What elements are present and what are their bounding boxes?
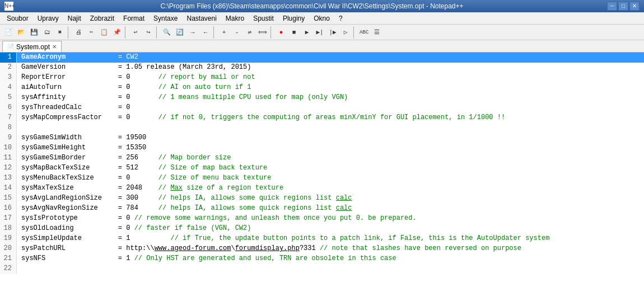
- wrap-button[interactable]: ⇌: [244, 26, 256, 39]
- save-all-button[interactable]: 🗂: [41, 26, 53, 39]
- table-row[interactable]: 18 sysOldLoading = 0 // faster if false …: [0, 224, 644, 234]
- table-row[interactable]: 2 GameVersion = 1.05 release (March 23rd…: [0, 63, 644, 73]
- line-number: 12: [0, 163, 17, 173]
- tab-file-icon: 📄: [7, 44, 14, 50]
- table-row[interactable]: 20 sysPatchURL = http:\\www.ageod-forum.…: [0, 244, 644, 254]
- line-content: ReportError = 0 // report by mail or not: [17, 73, 644, 83]
- menu-upravy[interactable]: Upravy: [33, 13, 63, 23]
- table-row[interactable]: 15 sysAvgLandRegionSize = 300 // helps I…: [0, 194, 644, 204]
- line-number: 7: [0, 113, 17, 123]
- file-tab[interactable]: 📄 System.opt ✕: [2, 41, 62, 52]
- line-content: sysMapBackTexSize = 512 // Size of map b…: [17, 163, 644, 173]
- table-row[interactable]: 3 ReportError = 0 // report by mail or n…: [0, 73, 644, 83]
- zoom-out-button[interactable]: -: [231, 26, 243, 39]
- menu-makro[interactable]: Makro: [221, 13, 249, 23]
- line-number: 2: [0, 63, 17, 73]
- table-row[interactable]: 9 sysGameSimWidth = 19500: [0, 133, 644, 143]
- menu-help[interactable]: ?: [334, 13, 347, 23]
- table-row[interactable]: 8: [0, 123, 644, 133]
- separator-4: [213, 26, 216, 39]
- menu-pluginy[interactable]: Pluginy: [278, 13, 309, 23]
- line-number: 1: [0, 53, 17, 63]
- table-row[interactable]: 21 sysNFS = 1 // Only HST are generated …: [0, 254, 644, 264]
- zoom-in-button[interactable]: +: [218, 26, 230, 39]
- maximize-button[interactable]: □: [618, 2, 628, 11]
- menu-soubor[interactable]: Soubor: [2, 13, 33, 23]
- table-row[interactable]: 5 sysAffinity = 0 // 1 means multiple CP…: [0, 93, 644, 103]
- paste-button[interactable]: 📌: [111, 26, 123, 39]
- cut-button[interactable]: ✂: [85, 26, 97, 39]
- replace-button[interactable]: 🔄: [174, 26, 186, 39]
- macro-rec-button[interactable]: ●: [275, 26, 287, 39]
- outdent-button[interactable]: ←: [199, 26, 212, 39]
- sync-button[interactable]: ⟺: [256, 26, 269, 39]
- line-number: 9: [0, 133, 17, 143]
- close-button-tb[interactable]: ✖: [54, 26, 66, 39]
- tab-close-button[interactable]: ✕: [52, 44, 57, 50]
- editor[interactable]: 1 GameAcronym = CW2 2 GameVersion = 1.05…: [0, 53, 644, 283]
- table-row[interactable]: 17 sysIsPrototype = 0 // remove some war…: [0, 214, 644, 224]
- table-row[interactable]: 4 aiAutoTurn = 0 // AI on auto turn if 1: [0, 83, 644, 93]
- table-row[interactable]: 6 sysThreadedCalc = 0: [0, 103, 644, 113]
- line-content: sysOldLoading = 0 // faster if false (VG…: [17, 224, 644, 234]
- menu-format[interactable]: Format: [119, 13, 149, 23]
- undo-button[interactable]: ↩: [129, 26, 142, 39]
- line-content: aiAutoTurn = 0 // AI on auto turn if 1: [17, 83, 644, 93]
- copy-button[interactable]: 📋: [98, 26, 110, 39]
- line-content: GameAcronym = CW2: [17, 53, 644, 63]
- line-content: sysSimpleUpdate = 1 // if True, the upda…: [17, 234, 644, 244]
- separator-1: [68, 26, 71, 39]
- table-row[interactable]: 10 sysGameSimHeight = 15350: [0, 143, 644, 153]
- menu-najit[interactable]: Najit: [63, 13, 86, 23]
- open-button[interactable]: 📂: [15, 26, 27, 39]
- menu-okno[interactable]: Okno: [309, 13, 334, 23]
- menu-nastaveni[interactable]: Nastaveni: [182, 13, 221, 23]
- table-row[interactable]: 19 sysSimpleUpdate = 1 // if True, the u…: [0, 234, 644, 244]
- table-row[interactable]: 7 sysMapCompressFactor = 0 // if not 0, …: [0, 113, 644, 123]
- window-controls[interactable]: ─ □ ✕: [607, 2, 640, 11]
- menu-zobrazit[interactable]: Zobrazit: [86, 13, 119, 23]
- table-row[interactable]: 12 sysMapBackTexSize = 512 // Size of ma…: [0, 163, 644, 173]
- line-number: 18: [0, 224, 17, 234]
- macro-btn2[interactable]: |▶: [326, 26, 339, 39]
- line-content: sysMapCompressFactor = 0 // if not 0, tr…: [17, 113, 644, 123]
- line-content: sysMaxTexSize = 2048 // Max size of a re…: [17, 183, 644, 194]
- save-button[interactable]: 💾: [28, 26, 40, 39]
- menu-spustit[interactable]: Spustit: [249, 13, 278, 23]
- table-row[interactable]: 11 sysGameSimBorder = 256 // Map border …: [0, 153, 644, 163]
- table-row[interactable]: 1 GameAcronym = CW2: [0, 53, 644, 63]
- line-content: sysAvgLandRegionSize = 300 // helps IA, …: [17, 194, 644, 204]
- minimize-button[interactable]: ─: [607, 2, 617, 11]
- menu-syntaxe[interactable]: Syntaxe: [149, 13, 182, 23]
- table-row[interactable]: 14 sysMaxTexSize = 2048 // Max size of a…: [0, 183, 644, 194]
- line-number: 8: [0, 123, 17, 133]
- macro-btn3[interactable]: ▷: [339, 26, 352, 39]
- table-row[interactable]: 13 sysMenuBackTexSize = 0 // Size of men…: [0, 173, 644, 183]
- table-row[interactable]: 22: [0, 264, 644, 274]
- extra-button[interactable]: ☰: [371, 26, 383, 39]
- new-button[interactable]: 📄: [2, 26, 15, 39]
- table-row[interactable]: 16 sysAvgNavRegionSize = 784 // helps IA…: [0, 204, 644, 214]
- line-number: 4: [0, 83, 17, 93]
- line-content: sysAvgNavRegionSize = 784 // helps IA, a…: [17, 204, 644, 214]
- indent-button[interactable]: →: [186, 26, 199, 39]
- abc-button[interactable]: ABC: [358, 26, 370, 39]
- print-button[interactable]: 🖨: [72, 26, 85, 39]
- macro-play-button[interactable]: ▶: [301, 26, 313, 39]
- line-number: 15: [0, 194, 17, 204]
- line-content: GameVersion = 1.05 release (March 23rd, …: [17, 63, 644, 73]
- find-button[interactable]: 🔍: [161, 26, 173, 39]
- window-title: C:\Program Files (x86)\Steam\steamapps\c…: [17, 2, 607, 10]
- redo-button[interactable]: ↪: [142, 26, 155, 39]
- line-content: sysAffinity = 0 // 1 means multiple CPU …: [17, 93, 644, 103]
- line-number: 3: [0, 73, 17, 83]
- line-number: 13: [0, 173, 17, 183]
- line-number: 10: [0, 143, 17, 153]
- close-button[interactable]: ✕: [629, 2, 640, 11]
- separator-6: [353, 26, 356, 39]
- macro-btn1[interactable]: ▶|: [314, 26, 326, 39]
- line-number: 17: [0, 214, 17, 224]
- line-content: [17, 123, 644, 133]
- line-content: sysGameSimBorder = 256 // Map border siz…: [17, 153, 644, 163]
- macro-stop-button[interactable]: ■: [288, 26, 300, 39]
